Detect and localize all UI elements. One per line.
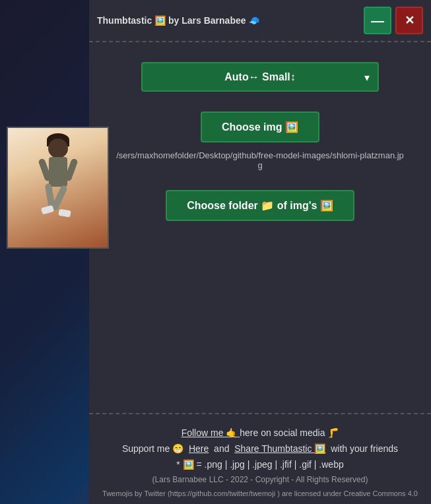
- follow-me-text: Follow me 🤙: [182, 427, 238, 438]
- app-title: Thumbtastic 🖼️ by Lars Barnabee 🧢: [97, 15, 259, 26]
- footer-area: Follow me 🤙 here on social media 🦵 Suppo…: [89, 427, 431, 504]
- choose-img-button[interactable]: Choose img 🖼️: [201, 111, 319, 142]
- follow-line: Follow me 🤙 here on social media 🦵: [182, 427, 339, 438]
- share-link[interactable]: Share Thumbtastic 🖼️: [234, 443, 325, 454]
- here-on-social-text: here on social media 🦵: [240, 427, 339, 438]
- license-line: Twemojis by Twitter (https://github.com/…: [102, 489, 418, 497]
- formats-line: * 🖼️ = .png | .jpg | .jpeg | .jfif | .gi…: [176, 459, 343, 470]
- main-window: Thumbtastic 🖼️ by Lars Barnabee 🧢 — ✕ Au…: [89, 0, 431, 504]
- here-link[interactable]: Here: [189, 443, 209, 454]
- follow-me-link[interactable]: Follow me 🤙: [182, 427, 240, 438]
- support-and: and: [214, 443, 229, 454]
- divider: [89, 413, 431, 414]
- support-prefix: Support me 😁: [122, 443, 183, 454]
- title-bar: Thumbtastic 🖼️ by Lars Barnabee 🧢 — ✕: [89, 0, 431, 42]
- content-area: Auto↔ Small↕ Auto↔ Medium↕ Auto↔ Large↕ …: [89, 42, 431, 406]
- window-controls: — ✕: [364, 7, 423, 34]
- figure-shoe-right: [58, 208, 71, 217]
- figure-shoe-left: [41, 205, 54, 214]
- figure: [35, 139, 81, 237]
- close-button[interactable]: ✕: [395, 7, 423, 34]
- preview-image: [7, 127, 109, 249]
- left-sidebar: [0, 0, 89, 504]
- dropdown-wrapper: Auto↔ Small↕ Auto↔ Medium↕ Auto↔ Large↕: [141, 62, 379, 92]
- figure-body: [49, 157, 67, 187]
- figure-head: [48, 139, 68, 158]
- size-dropdown[interactable]: Auto↔ Small↕ Auto↔ Medium↕ Auto↔ Large↕: [141, 62, 379, 92]
- support-line: Support me 😁 Here and Share Thumbtastic …: [122, 443, 398, 454]
- choose-folder-button[interactable]: Choose folder 📁 of img's 🖼️: [166, 190, 354, 221]
- file-path: /sers/maxhomefolder/Desktop/github/free-…: [109, 150, 411, 170]
- copyright-line: (Lars Barnabee LLC - 2022 - Copyright - …: [152, 475, 368, 484]
- minimize-button[interactable]: —: [364, 7, 391, 34]
- support-suffix: with your friends: [331, 443, 398, 454]
- dropdown-container: Auto↔ Small↕ Auto↔ Medium↕ Auto↔ Large↕: [141, 62, 379, 92]
